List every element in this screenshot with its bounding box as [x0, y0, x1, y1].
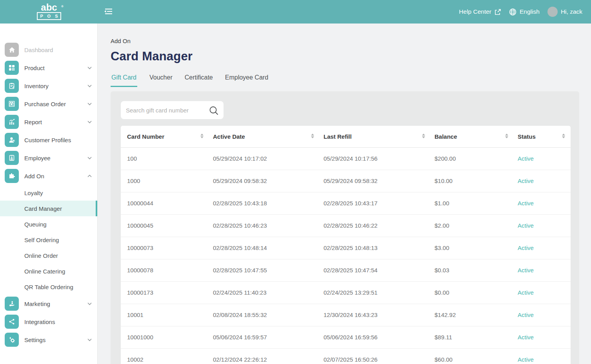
sidebar-item-label: Add On: [24, 173, 87, 179]
cell-card-number: 10001000: [121, 326, 209, 348]
table-row[interactable]: 10001000 05/06/2024 16:59:57 05/06/2024 …: [121, 326, 571, 348]
sidebar-item-label: Integrations: [24, 319, 92, 325]
sidebar-item-label: Dashboard: [24, 47, 92, 53]
external-link-icon: [495, 9, 501, 15]
cell-card-number: 10000173: [121, 281, 209, 304]
cell-card-number: 10000078: [121, 259, 209, 281]
sidebar-item-label: Product: [24, 65, 87, 71]
sidebar-subitem-online-order[interactable]: Online Order: [0, 248, 97, 263]
share-icon: [5, 315, 19, 329]
puzzle-icon: [5, 169, 19, 183]
table-row[interactable]: 10000078 02/28/2025 10:47:55 02/28/2025 …: [121, 259, 571, 281]
tab-employee-card[interactable]: Employee Card: [225, 74, 268, 87]
sidebar-item-integrations[interactable]: Integrations: [0, 313, 97, 331]
chevron-down-icon: [87, 103, 92, 105]
table-row[interactable]: 10000045 02/28/2025 10:46:23 02/28/2025 …: [121, 214, 571, 237]
status-badge: Active: [514, 304, 571, 326]
cell-active-date: 05/29/2024 10:17:02: [209, 147, 320, 170]
sidebar-subitem-label: QR Table Ordering: [24, 284, 73, 290]
sidebar-subitem-label: Card Manager: [24, 205, 62, 212]
cell-balance: $3.00: [431, 237, 514, 259]
cell-balance: $200.00: [431, 147, 514, 170]
customer-icon: [5, 133, 19, 147]
column-header-status[interactable]: Status: [514, 126, 571, 147]
cell-last-refill: 05/06/2024 16:59:56: [320, 326, 431, 348]
cell-card-number: 10001: [121, 304, 209, 326]
cell-active-date: 02/28/2025 10:43:18: [209, 192, 320, 214]
sidebar-item-report[interactable]: Report: [0, 113, 97, 131]
cell-last-refill: 02/07/2025 16:50:26: [320, 348, 431, 364]
sidebar-item-label: Employee: [24, 155, 87, 161]
topbar-right-cluster: Help Center English Hi, zack: [459, 0, 582, 24]
sidebar-item-label: Marketing: [24, 301, 87, 307]
sidebar-item-inventory[interactable]: Inventory: [0, 77, 97, 95]
cell-balance: $10.00: [431, 170, 514, 192]
help-center-label: Help Center: [459, 8, 491, 15]
cell-last-refill: 02/24/2025 13:29:51: [320, 281, 431, 304]
cell-last-refill: 12/30/2024 16:43:23: [320, 304, 431, 326]
sidebar-subitem-queuing[interactable]: Queuing: [0, 216, 97, 232]
sidebar-item-add-on[interactable]: Add On: [0, 167, 97, 185]
app-logo[interactable]: abc® P O S: [37, 3, 61, 20]
chevron-down-icon: [87, 121, 92, 123]
status-badge: Active: [514, 214, 571, 237]
sidebar-subitem-card-manager[interactable]: Card Manager: [0, 201, 97, 216]
cell-card-number: 10000045: [121, 214, 209, 237]
column-header-last-refill[interactable]: Last Refill: [320, 126, 431, 147]
table-row[interactable]: 10002 02/12/2024 22:26:12 02/07/2025 16:…: [121, 348, 571, 364]
sidebar-subitem-label: Loyalty: [24, 190, 43, 196]
sidebar-item-customer-profiles[interactable]: Customer Profiles: [0, 131, 97, 149]
table-row[interactable]: 10000173 02/24/2025 11:40:23 02/24/2025 …: [121, 281, 571, 304]
column-header-balance[interactable]: Balance: [431, 126, 514, 147]
help-center-link[interactable]: Help Center: [459, 8, 501, 15]
top-header: abc® P O S Help Center: [0, 0, 591, 24]
sidebar-item-settings[interactable]: Settings: [0, 331, 97, 349]
cell-card-number: 10002: [121, 348, 209, 364]
tab-certificate[interactable]: Certificate: [185, 74, 213, 87]
sidebar-collapse-button[interactable]: [103, 7, 113, 16]
sidebar-item-product[interactable]: Product: [0, 59, 97, 77]
cell-balance: $0.00: [431, 281, 514, 304]
sidebar-item-marketing[interactable]: Marketing: [0, 295, 97, 313]
cell-balance: $2.00: [431, 214, 514, 237]
cell-balance: $0.03: [431, 259, 514, 281]
avatar: [547, 7, 558, 17]
table-row[interactable]: 10000044 02/28/2025 10:43:18 02/28/2025 …: [121, 192, 571, 214]
table-header-row: Card Number Active Date Last Refill Bala…: [121, 126, 571, 147]
column-header-card-number[interactable]: Card Number: [121, 126, 209, 147]
table-row[interactable]: 10000073 02/28/2025 10:48:14 02/28/2025 …: [121, 237, 571, 259]
sidebar-item-employee[interactable]: Employee: [0, 149, 97, 167]
sidebar-item-label: Customer Profiles: [24, 137, 92, 143]
sidebar-subitem-self-ordering[interactable]: Self Ordering: [0, 232, 97, 248]
grid-icon: [5, 61, 19, 75]
table-row[interactable]: 10001 02/08/2024 18:55:32 12/30/2024 16:…: [121, 304, 571, 326]
table-row[interactable]: 100 05/29/2024 10:17:02 05/29/2024 10:17…: [121, 147, 571, 170]
column-header-active-date[interactable]: Active Date: [209, 126, 320, 147]
sort-icon: [422, 134, 425, 138]
sidebar-subitem-loyalty[interactable]: Loyalty: [0, 185, 97, 201]
user-menu[interactable]: Hi, zack: [547, 7, 582, 17]
table-row[interactable]: 1000 05/29/2024 09:58:32 05/29/2024 09:5…: [121, 170, 571, 192]
sidebar-item-label: Report: [24, 119, 87, 125]
sidebar-subitem-qr-table-ordering[interactable]: QR Table Ordering: [0, 279, 97, 295]
search-icon[interactable]: [209, 105, 219, 116]
cell-active-date: 02/28/2025 10:46:23: [209, 214, 320, 237]
cell-last-refill: 02/28/2025 10:46:22: [320, 214, 431, 237]
language-selector[interactable]: English: [509, 8, 540, 16]
tab-gift-card[interactable]: Gift Card: [111, 74, 137, 87]
cell-card-number: 10000044: [121, 192, 209, 214]
status-badge: Active: [514, 147, 571, 170]
search-input[interactable]: [121, 101, 224, 119]
tab-voucher[interactable]: Voucher: [149, 74, 173, 87]
sidebar-item-dashboard[interactable]: Dashboard: [0, 41, 97, 59]
status-badge: Active: [514, 237, 571, 259]
sidebar-item-label: Purchase Order: [24, 101, 87, 107]
chart-icon: [5, 115, 19, 129]
sidebar-subitem-online-catering[interactable]: Online Catering: [0, 263, 97, 279]
sidebar-item-purchase-order[interactable]: Purchase Order: [0, 95, 97, 113]
cell-active-date: 05/06/2024 16:59:57: [209, 326, 320, 348]
cell-last-refill: 02/28/2025 10:48:13: [320, 237, 431, 259]
status-badge: Active: [514, 259, 571, 281]
gift-card-panel: Card Number Active Date Last Refill Bala…: [111, 91, 579, 364]
sort-icon: [562, 134, 565, 138]
